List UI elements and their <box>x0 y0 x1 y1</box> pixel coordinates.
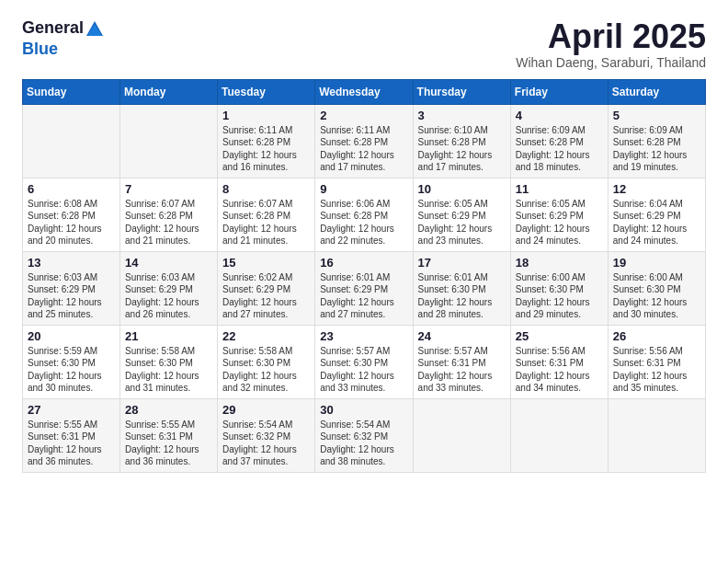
calendar-cell: 17Sunrise: 6:01 AM Sunset: 6:30 PM Dayli… <box>413 251 510 325</box>
day-info: Sunrise: 6:04 AM Sunset: 6:29 PM Dayligh… <box>613 198 700 247</box>
day-info: Sunrise: 5:54 AM Sunset: 6:32 PM Dayligh… <box>222 419 310 468</box>
day-info: Sunrise: 6:09 AM Sunset: 6:28 PM Dayligh… <box>613 124 700 174</box>
calendar-cell: 18Sunrise: 6:00 AM Sunset: 6:30 PM Dayli… <box>510 251 608 325</box>
day-number: 21 <box>125 329 212 343</box>
calendar-cell: 1Sunrise: 6:11 AM Sunset: 6:28 PM Daylig… <box>218 104 315 178</box>
day-number: 10 <box>418 182 506 196</box>
calendar-cell <box>608 398 705 472</box>
day-info: Sunrise: 6:08 AM Sunset: 6:28 PM Dayligh… <box>28 198 115 247</box>
day-info: Sunrise: 6:09 AM Sunset: 6:28 PM Dayligh… <box>516 124 603 174</box>
calendar-cell: 27Sunrise: 5:55 AM Sunset: 6:31 PM Dayli… <box>23 398 120 472</box>
month-year-title: April 2025 <box>516 18 706 55</box>
col-header-friday: Friday <box>510 79 608 104</box>
day-number: 25 <box>516 329 603 343</box>
calendar-cell <box>413 398 510 472</box>
calendar-cell: 13Sunrise: 6:03 AM Sunset: 6:29 PM Dayli… <box>23 251 120 325</box>
day-info: Sunrise: 6:03 AM Sunset: 6:29 PM Dayligh… <box>28 271 115 321</box>
day-info: Sunrise: 5:56 AM Sunset: 6:31 PM Dayligh… <box>613 345 700 395</box>
calendar-cell: 8Sunrise: 6:07 AM Sunset: 6:28 PM Daylig… <box>218 178 315 251</box>
day-number: 22 <box>222 329 310 343</box>
calendar-cell: 25Sunrise: 5:56 AM Sunset: 6:31 PM Dayli… <box>510 325 608 398</box>
calendar-cell: 14Sunrise: 6:03 AM Sunset: 6:29 PM Dayli… <box>120 251 218 325</box>
calendar-cell: 24Sunrise: 5:57 AM Sunset: 6:31 PM Dayli… <box>413 325 510 398</box>
calendar-cell: 6Sunrise: 6:08 AM Sunset: 6:28 PM Daylig… <box>23 178 120 251</box>
calendar-cell: 7Sunrise: 6:07 AM Sunset: 6:28 PM Daylig… <box>120 178 218 251</box>
day-info: Sunrise: 5:58 AM Sunset: 6:30 PM Dayligh… <box>125 345 212 395</box>
day-number: 8 <box>222 182 310 196</box>
logo-icon <box>84 19 106 40</box>
day-info: Sunrise: 5:56 AM Sunset: 6:31 PM Dayligh… <box>516 345 603 395</box>
day-number: 4 <box>516 109 603 122</box>
day-number: 6 <box>28 182 115 196</box>
calendar-cell: 10Sunrise: 6:05 AM Sunset: 6:29 PM Dayli… <box>413 178 510 251</box>
day-number: 11 <box>516 182 603 196</box>
day-number: 18 <box>516 256 603 270</box>
day-info: Sunrise: 6:10 AM Sunset: 6:28 PM Dayligh… <box>418 124 506 174</box>
day-number: 17 <box>418 256 506 270</box>
day-info: Sunrise: 5:55 AM Sunset: 6:31 PM Dayligh… <box>28 419 115 468</box>
calendar-cell: 12Sunrise: 6:04 AM Sunset: 6:29 PM Dayli… <box>608 178 705 251</box>
week-row-4: 20Sunrise: 5:59 AM Sunset: 6:30 PM Dayli… <box>23 325 706 398</box>
col-header-monday: Monday <box>120 79 218 104</box>
day-number: 3 <box>418 109 506 122</box>
day-info: Sunrise: 6:05 AM Sunset: 6:29 PM Dayligh… <box>418 198 506 247</box>
day-number: 23 <box>320 329 407 343</box>
day-info: Sunrise: 6:03 AM Sunset: 6:29 PM Dayligh… <box>125 271 212 321</box>
day-number: 16 <box>320 256 407 270</box>
day-info: Sunrise: 6:00 AM Sunset: 6:30 PM Dayligh… <box>516 271 603 321</box>
week-row-2: 6Sunrise: 6:08 AM Sunset: 6:28 PM Daylig… <box>23 178 706 251</box>
day-info: Sunrise: 6:07 AM Sunset: 6:28 PM Dayligh… <box>125 198 212 247</box>
calendar-cell <box>510 398 608 472</box>
col-header-thursday: Thursday <box>413 79 510 104</box>
day-info: Sunrise: 6:01 AM Sunset: 6:30 PM Dayligh… <box>418 271 506 321</box>
calendar-cell: 2Sunrise: 6:11 AM Sunset: 6:28 PM Daylig… <box>315 104 413 178</box>
day-number: 15 <box>222 256 310 270</box>
day-info: Sunrise: 5:54 AM Sunset: 6:32 PM Dayligh… <box>320 419 407 468</box>
day-number: 26 <box>613 329 700 343</box>
day-info: Sunrise: 5:57 AM Sunset: 6:30 PM Dayligh… <box>320 345 407 395</box>
day-number: 27 <box>28 403 115 417</box>
day-info: Sunrise: 5:55 AM Sunset: 6:31 PM Dayligh… <box>125 419 212 468</box>
day-info: Sunrise: 6:07 AM Sunset: 6:28 PM Dayligh… <box>222 198 310 247</box>
day-number: 2 <box>320 109 407 122</box>
week-row-3: 13Sunrise: 6:03 AM Sunset: 6:29 PM Dayli… <box>23 251 706 325</box>
col-header-wednesday: Wednesday <box>315 79 413 104</box>
day-info: Sunrise: 5:57 AM Sunset: 6:31 PM Dayligh… <box>418 345 506 395</box>
col-header-saturday: Saturday <box>608 79 705 104</box>
svg-marker-1 <box>87 24 102 36</box>
day-number: 7 <box>125 182 212 196</box>
day-number: 9 <box>320 182 407 196</box>
location-subtitle: Wihan Daeng, Saraburi, Thailand <box>516 55 706 70</box>
calendar-cell: 22Sunrise: 5:58 AM Sunset: 6:30 PM Dayli… <box>218 325 315 398</box>
day-number: 14 <box>125 256 212 270</box>
calendar-header-row: SundayMondayTuesdayWednesdayThursdayFrid… <box>23 79 706 104</box>
day-number: 28 <box>125 403 212 417</box>
page-header: General Blue April 2025 Wihan Daeng, Sar… <box>22 18 706 70</box>
day-number: 29 <box>222 403 310 417</box>
calendar-cell: 15Sunrise: 6:02 AM Sunset: 6:29 PM Dayli… <box>218 251 315 325</box>
calendar-cell: 20Sunrise: 5:59 AM Sunset: 6:30 PM Dayli… <box>23 325 120 398</box>
calendar-cell: 29Sunrise: 5:54 AM Sunset: 6:32 PM Dayli… <box>218 398 315 472</box>
calendar-cell: 23Sunrise: 5:57 AM Sunset: 6:30 PM Dayli… <box>315 325 413 398</box>
title-area: April 2025 Wihan Daeng, Saraburi, Thaila… <box>516 18 706 70</box>
week-row-1: 1Sunrise: 6:11 AM Sunset: 6:28 PM Daylig… <box>23 104 706 178</box>
calendar-cell <box>120 104 218 178</box>
day-info: Sunrise: 5:58 AM Sunset: 6:30 PM Dayligh… <box>222 345 310 395</box>
calendar-cell: 5Sunrise: 6:09 AM Sunset: 6:28 PM Daylig… <box>608 104 705 178</box>
calendar-cell: 11Sunrise: 6:05 AM Sunset: 6:29 PM Dayli… <box>510 178 608 251</box>
week-row-5: 27Sunrise: 5:55 AM Sunset: 6:31 PM Dayli… <box>23 398 706 472</box>
day-number: 5 <box>613 109 700 122</box>
calendar-cell: 4Sunrise: 6:09 AM Sunset: 6:28 PM Daylig… <box>510 104 608 178</box>
calendar-table: SundayMondayTuesdayWednesdayThursdayFrid… <box>22 79 706 473</box>
col-header-sunday: Sunday <box>23 79 120 104</box>
calendar-cell: 3Sunrise: 6:10 AM Sunset: 6:28 PM Daylig… <box>413 104 510 178</box>
calendar-cell: 19Sunrise: 6:00 AM Sunset: 6:30 PM Dayli… <box>608 251 705 325</box>
calendar-cell: 26Sunrise: 5:56 AM Sunset: 6:31 PM Dayli… <box>608 325 705 398</box>
day-info: Sunrise: 6:01 AM Sunset: 6:29 PM Dayligh… <box>320 271 407 321</box>
day-number: 19 <box>613 256 700 270</box>
logo-blue: Blue <box>22 40 58 58</box>
day-number: 30 <box>320 403 407 417</box>
day-number: 13 <box>28 256 115 270</box>
calendar-cell: 16Sunrise: 6:01 AM Sunset: 6:29 PM Dayli… <box>315 251 413 325</box>
calendar-cell: 28Sunrise: 5:55 AM Sunset: 6:31 PM Dayli… <box>120 398 218 472</box>
